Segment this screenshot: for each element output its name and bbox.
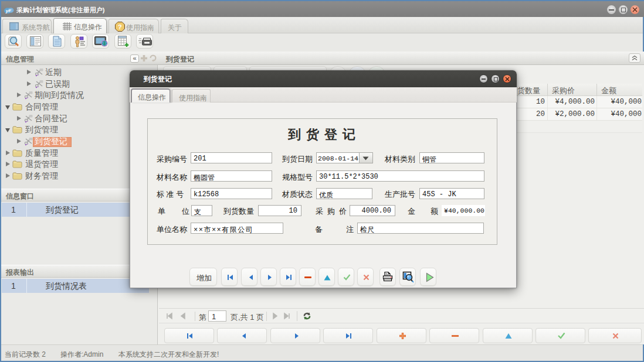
svg-text:?: ? — [118, 23, 122, 30]
svg-text:yF: yF — [5, 8, 12, 13]
